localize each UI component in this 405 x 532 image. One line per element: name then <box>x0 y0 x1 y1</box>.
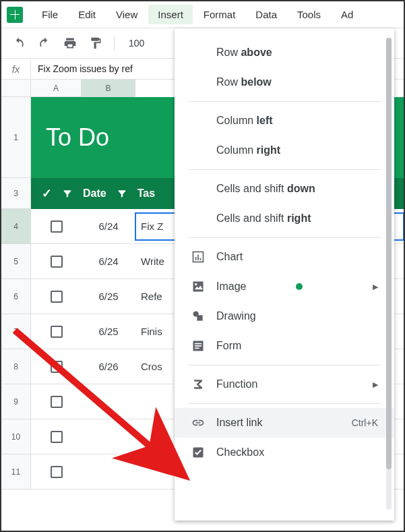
checkbox[interactable] <box>51 256 63 268</box>
row-header-9[interactable]: 9 <box>1 384 31 419</box>
submenu-arrow-icon: ▶ <box>373 380 378 389</box>
new-badge-dot <box>296 283 303 290</box>
menu-item-image[interactable]: Image▶ <box>175 272 394 301</box>
link-icon <box>191 416 206 430</box>
redo-button[interactable] <box>36 35 53 51</box>
menu-edit[interactable]: Edit <box>69 5 105 24</box>
print-button[interactable] <box>62 35 78 51</box>
menu-item-label: Row below <box>216 76 272 88</box>
menu-item-down[interactable]: Cells and shift down <box>175 174 394 204</box>
submenu-arrow-icon: ▶ <box>373 283 378 291</box>
menu-item-right[interactable]: Column right <box>175 136 394 165</box>
col-header-b[interactable]: B <box>82 80 135 97</box>
menu-tools[interactable]: Tools <box>288 5 330 24</box>
row-header-3[interactable]: 3 <box>1 178 31 209</box>
chart-icon <box>191 250 206 264</box>
check-column-icon: ✓ <box>42 186 52 201</box>
row-header-5[interactable]: 5 <box>1 244 31 279</box>
checkbox[interactable] <box>51 361 63 373</box>
svg-rect-2 <box>197 255 199 260</box>
menu-item-drawing[interactable]: Drawing <box>175 301 394 331</box>
function-icon <box>191 378 206 391</box>
menu-insert[interactable]: Insert <box>148 5 193 24</box>
date-cell[interactable]: 6/24 <box>82 220 135 232</box>
row-header-4[interactable]: 4 <box>1 209 31 244</box>
paint-format-button[interactable] <box>88 35 104 51</box>
row-header-7[interactable]: 7 <box>1 314 31 349</box>
menu-item-label: Function <box>216 378 257 390</box>
form-icon <box>191 339 206 353</box>
sheets-logo[interactable] <box>7 7 23 23</box>
menu-item-label: Form <box>216 340 241 352</box>
fx-label: fx <box>1 59 31 79</box>
svg-rect-1 <box>195 257 197 260</box>
menu-item-label: Cells and shift down <box>216 183 315 195</box>
select-all-corner[interactable] <box>1 80 31 97</box>
zoom-level[interactable]: 100 <box>125 38 148 49</box>
dropdown-scrollbar[interactable] <box>386 38 392 510</box>
row-header-1[interactable]: 1 <box>1 97 31 178</box>
checkbox[interactable] <box>51 220 63 233</box>
menu-item-label: Column left <box>216 115 273 127</box>
menu-item-below[interactable]: Row below <box>175 67 394 97</box>
row-header-10[interactable]: 10 <box>1 419 31 454</box>
menu-item-label: Column right <box>216 144 280 156</box>
date-header[interactable]: Date <box>83 187 106 200</box>
col-header-a[interactable]: A <box>31 80 82 97</box>
row-header-6[interactable]: 6 <box>1 279 31 314</box>
filter-icon[interactable] <box>63 189 72 198</box>
menu-item-checkbox[interactable]: Checkbox <box>175 438 394 467</box>
menu-addons[interactable]: Ad <box>332 5 363 24</box>
row-header-8[interactable]: 8 <box>1 349 31 384</box>
svg-rect-11 <box>195 345 201 347</box>
checkbox[interactable] <box>51 431 63 443</box>
svg-rect-4 <box>193 282 204 292</box>
svg-rect-10 <box>195 343 201 345</box>
checkbox[interactable] <box>51 291 63 303</box>
svg-point-6 <box>195 283 197 285</box>
date-cell[interactable]: 6/24 <box>82 256 135 267</box>
row-headers: 1 3 4 5 6 7 8 9 10 11 <box>1 97 31 490</box>
menu-file[interactable]: File <box>32 5 67 24</box>
image-icon <box>191 280 206 293</box>
svg-rect-3 <box>200 258 201 260</box>
menubar: File Edit View Insert Format Data Tools … <box>1 1 404 28</box>
filter-icon[interactable] <box>117 189 127 198</box>
menu-item-above[interactable]: Row above <box>175 38 394 67</box>
menu-data[interactable]: Data <box>246 5 286 24</box>
task-header[interactable]: Tas <box>137 187 155 200</box>
menu-item-label: Row above <box>216 47 272 59</box>
date-cell[interactable]: 6/25 <box>82 291 135 302</box>
checkbox[interactable] <box>51 326 63 338</box>
menu-item-label: Checkbox <box>216 446 264 459</box>
checkbox-icon <box>191 446 206 459</box>
checkbox[interactable] <box>51 466 63 478</box>
menu-item-left[interactable]: Column left <box>175 106 394 136</box>
undo-button[interactable] <box>11 35 27 51</box>
menu-view[interactable]: View <box>106 5 147 24</box>
insert-menu-dropdown: Row aboveRow belowColumn leftColumn righ… <box>175 28 394 521</box>
date-cell[interactable]: 6/26 <box>82 361 135 372</box>
menu-item-label: Chart <box>216 251 243 263</box>
menu-item-label: Image <box>216 280 246 293</box>
menu-item-right[interactable]: Cells and shift right <box>175 204 394 233</box>
menu-item-function[interactable]: Function▶ <box>175 370 394 399</box>
date-cell[interactable]: 6/25 <box>82 326 135 337</box>
row-header-11[interactable]: 11 <box>1 454 31 490</box>
svg-rect-12 <box>195 348 199 349</box>
checkbox[interactable] <box>51 396 63 408</box>
drawing-icon <box>191 309 206 323</box>
menu-item-label: Cells and shift right <box>216 212 311 225</box>
menu-item-insert-link[interactable]: Insert linkCtrl+K <box>175 408 394 438</box>
menu-item-form[interactable]: Form <box>175 331 394 361</box>
menu-item-label: Insert link <box>216 417 262 429</box>
menu-item-chart[interactable]: Chart <box>175 242 394 272</box>
menu-item-label: Drawing <box>216 310 256 322</box>
shortcut-label: Ctrl+K <box>352 417 378 428</box>
svg-rect-8 <box>197 315 202 320</box>
menu-format[interactable]: Format <box>194 5 245 24</box>
